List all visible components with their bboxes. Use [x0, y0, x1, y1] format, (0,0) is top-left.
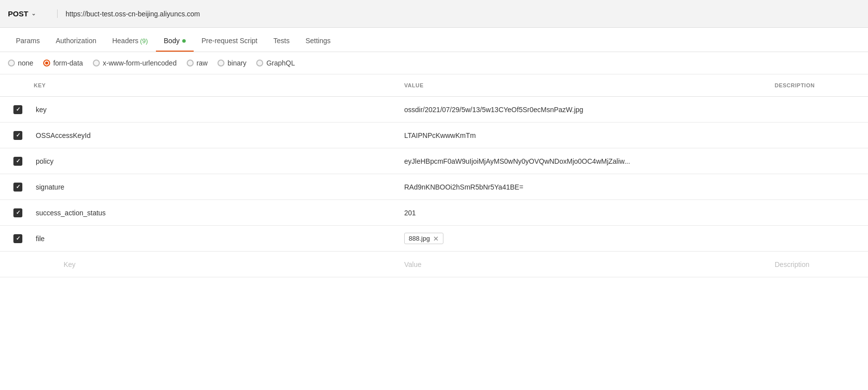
- url-bar: POST ⌄: [0, 0, 868, 28]
- row-checkbox-cell: [0, 157, 28, 166]
- row-value[interactable]: ossdir/2021/07/29/5w/13/5w13CYeOf5Sr0ecM…: [398, 101, 769, 119]
- tab-headers[interactable]: Headers(9): [104, 28, 156, 52]
- file-chip-remove[interactable]: ✕: [433, 235, 439, 242]
- radio-circle-graphql: [256, 60, 263, 66]
- row-checkbox-cell: [0, 131, 28, 140]
- th-key: KEY: [28, 78, 398, 92]
- radio-binary[interactable]: binary: [217, 59, 246, 67]
- method-label: POST: [8, 9, 28, 18]
- row-checkbox[interactable]: [13, 131, 22, 140]
- row-key[interactable]: file: [28, 229, 398, 249]
- table-row: keyossdir/2021/07/29/5w/13/5w13CYeOf5Sr0…: [0, 97, 868, 123]
- tab-settings[interactable]: Settings: [297, 28, 339, 52]
- row-value[interactable]: 201: [398, 204, 769, 222]
- file-chip-name: 888.jpg: [409, 235, 430, 242]
- radio-circle-binary: [217, 60, 224, 66]
- th-description: DESCRIPTION: [769, 78, 868, 92]
- row-checkbox[interactable]: [13, 183, 22, 192]
- table-row: success_action_status201: [0, 200, 868, 226]
- row-description[interactable]: [769, 105, 868, 115]
- row-checkbox[interactable]: [13, 234, 22, 243]
- radio-graphql[interactable]: GraphQL: [256, 59, 295, 67]
- table-rows: keyossdir/2021/07/29/5w/13/5w13CYeOf5Sr0…: [0, 97, 868, 277]
- tab-body[interactable]: Body: [156, 28, 194, 52]
- row-checkbox[interactable]: [13, 208, 22, 217]
- row-key[interactable]: OSSAccessKeyId: [28, 126, 398, 145]
- table-row: signatureRAd9nKNBOOi2hSmR5bNr5Ya41BE=: [0, 174, 868, 200]
- headers-badge: (9): [140, 37, 148, 45]
- tab-authorization[interactable]: Authorization: [48, 28, 104, 52]
- method-selector[interactable]: POST ⌄: [8, 9, 58, 18]
- radio-none[interactable]: none: [8, 59, 33, 67]
- file-chip: 888.jpg✕: [404, 233, 443, 244]
- placeholder-key[interactable]: Key: [28, 260, 398, 268]
- placeholder-value[interactable]: Value: [398, 255, 769, 274]
- table-row: policyeyJleHBpcmF0aW9uIjoiMjAyMS0wNy0yOV…: [0, 148, 868, 174]
- chevron-down-icon: ⌄: [31, 10, 36, 17]
- row-key[interactable]: policy: [28, 151, 398, 171]
- table-row: file888.jpg✕: [0, 226, 868, 252]
- row-description[interactable]: [769, 208, 868, 218]
- row-value[interactable]: RAd9nKNBOOi2hSmR5bNr5Ya41BE=: [398, 178, 769, 196]
- tab-pre-request[interactable]: Pre-request Script: [194, 28, 266, 52]
- radio-form-data[interactable]: form-data: [43, 59, 83, 67]
- row-key[interactable]: signature: [28, 177, 398, 197]
- row-checkbox-cell: [0, 105, 28, 114]
- radio-circle-raw: [187, 60, 194, 66]
- body-active-dot: [182, 39, 186, 43]
- row-description[interactable]: [769, 156, 868, 166]
- table-header: KEY VALUE DESCRIPTION: [0, 74, 868, 97]
- tabs-bar: Params Authorization Headers(9) Body Pre…: [0, 28, 868, 52]
- row-checkbox-cell: [0, 183, 28, 192]
- table-row: OSSAccessKeyIdLTAIPNPcKwwwKmTm: [0, 123, 868, 148]
- body-types-row: none form-data x-www-form-urlencoded raw…: [0, 52, 868, 74]
- row-value[interactable]: 888.jpg✕: [398, 228, 769, 249]
- radio-circle-form-data: [43, 60, 50, 66]
- row-value[interactable]: eyJleHBpcmF0aW9uIjoiMjAyMS0wNy0yOVQwNDox…: [398, 152, 769, 170]
- row-description[interactable]: [769, 234, 868, 244]
- placeholder-description: Description: [769, 255, 868, 274]
- row-description[interactable]: [769, 182, 868, 192]
- row-checkbox[interactable]: [13, 157, 22, 166]
- tab-params[interactable]: Params: [8, 28, 48, 52]
- row-checkbox-cell: [0, 234, 28, 243]
- table-row-placeholder: Key Value Description: [0, 252, 868, 277]
- th-value: VALUE: [398, 78, 769, 92]
- row-checkbox-cell: [0, 208, 28, 217]
- th-checkbox: [0, 78, 28, 92]
- tab-tests[interactable]: Tests: [266, 28, 298, 52]
- row-description[interactable]: [769, 130, 868, 140]
- radio-circle-urlencoded: [93, 60, 100, 66]
- row-key[interactable]: success_action_status: [28, 203, 398, 223]
- row-checkbox[interactable]: [13, 105, 22, 114]
- row-value[interactable]: LTAIPNPcKwwwKmTm: [398, 127, 769, 144]
- radio-raw[interactable]: raw: [187, 59, 208, 67]
- row-key[interactable]: key: [28, 100, 398, 120]
- radio-circle-none: [8, 60, 15, 66]
- url-input[interactable]: [58, 10, 860, 18]
- radio-urlencoded[interactable]: x-www-form-urlencoded: [93, 59, 177, 67]
